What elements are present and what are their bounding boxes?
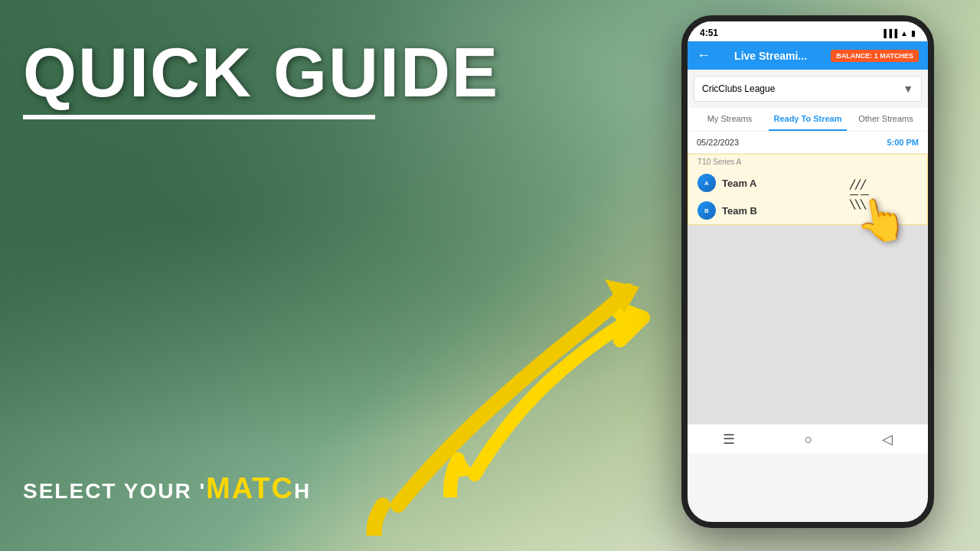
left-content-area: QUICK GUIDE — [23, 38, 499, 142]
match-date-row: 05/22/2023 5:00 PM — [688, 132, 928, 154]
status-icons: ▐▐▐ ▲ ▮ — [881, 29, 916, 37]
app-header: ← Live Streami... BALANCE: 1 MATCHES — [688, 41, 928, 70]
signal-bar-icon: ▐▐▐ — [881, 29, 897, 37]
app-title: Live Streami... — [734, 50, 807, 62]
select-prefix-label: SELECT YOUR ' — [23, 479, 206, 503]
match-date: 05/22/2023 — [697, 138, 739, 147]
home-icon[interactable]: ○ — [805, 432, 813, 448]
team-a-name: Team A — [722, 178, 757, 189]
back-nav-icon[interactable]: ◁ — [882, 431, 893, 448]
wifi-icon: ▲ — [900, 29, 908, 37]
tab-my-streams[interactable]: My Streams — [691, 108, 769, 131]
menu-icon[interactable]: ☰ — [723, 431, 735, 448]
phone-container: 4:51 ▐▐▐ ▲ ▮ ← Live Streami... BALANCE: … — [681, 15, 934, 528]
match-time: 5:00 PM — [887, 138, 919, 147]
league-selector[interactable]: CricClubs League ▼ — [694, 76, 922, 102]
title-underline — [23, 115, 375, 119]
empty-gray-area — [688, 225, 928, 424]
tab-ready-to-stream[interactable]: Ready To Stream — [769, 108, 847, 131]
battery-icon: ▮ — [911, 29, 916, 37]
dropdown-arrow-icon: ▼ — [903, 83, 913, 95]
sparkle-lines-icon: ╱╱╱ — — ╲╲╲ — [850, 180, 869, 210]
match-suffix: H — [294, 479, 311, 503]
status-time: 4:51 — [700, 28, 718, 38]
team-b-name: Team B — [722, 205, 757, 217]
tab-other-streams[interactable]: Other Streams — [847, 108, 925, 131]
match-highlight: MATC — [206, 472, 294, 504]
league-label: CricClubs League — [702, 83, 775, 94]
tabs-container: My Streams Ready To Stream Other Streams — [688, 108, 928, 132]
phone-bottom-bar: ☰ ○ ◁ — [688, 424, 928, 454]
team-b-icon: B — [697, 201, 716, 220]
team-a-icon: A — [697, 174, 716, 192]
balance-badge: BALANCE: 1 MATCHES — [831, 50, 919, 62]
back-button[interactable]: ← — [697, 47, 710, 64]
select-your-text: SELECT YOUR 'MATCH — [23, 472, 311, 505]
quick-guide-title: QUICK GUIDE — [23, 38, 499, 107]
phone-frame: 4:51 ▐▐▐ ▲ ▮ ← Live Streami... BALANCE: … — [681, 15, 934, 528]
series-label: T10 Series A — [688, 155, 927, 169]
phone-status-bar: 4:51 ▐▐▐ ▲ ▮ — [688, 21, 928, 41]
